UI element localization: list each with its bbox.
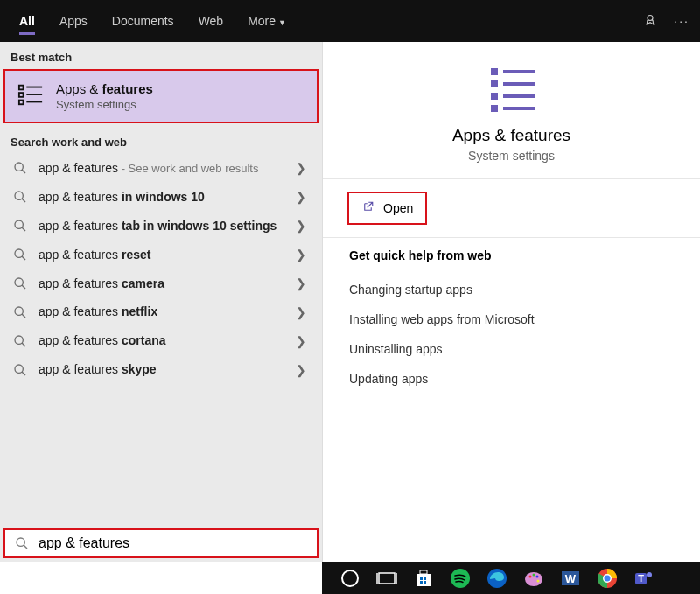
- open-external-icon: [361, 200, 374, 216]
- preview-title: Apps & features: [323, 126, 700, 145]
- svg-point-46: [533, 573, 536, 576]
- search-filter-tabs: All Apps Documents Web More▼ ···: [0, 0, 700, 42]
- chevron-right-icon[interactable]: ❯: [296, 161, 310, 175]
- quick-help-link[interactable]: Updating apps: [349, 364, 674, 394]
- task-view-icon[interactable]: [376, 568, 397, 589]
- quick-help-header: Get quick help from web: [349, 248, 674, 262]
- svg-point-6: [15, 163, 23, 171]
- web-result-item[interactable]: app & features cortana ❯: [0, 326, 322, 355]
- best-match-subtitle: System settings: [56, 98, 153, 111]
- search-icon: [12, 248, 28, 262]
- chevron-right-icon[interactable]: ❯: [296, 334, 310, 348]
- search-icon: [14, 536, 30, 550]
- svg-rect-27: [491, 105, 498, 112]
- svg-point-10: [15, 220, 23, 228]
- svg-rect-2: [19, 93, 24, 97]
- svg-point-47: [536, 575, 539, 577]
- svg-line-9: [22, 199, 25, 202]
- web-result-item[interactable]: app & features camera ❯: [0, 269, 322, 298]
- svg-point-53: [605, 575, 611, 581]
- svg-rect-26: [491, 93, 498, 100]
- edge-icon[interactable]: [486, 568, 508, 589]
- tab-documents[interactable]: Documents: [100, 3, 186, 38]
- chevron-right-icon[interactable]: ❯: [296, 219, 310, 233]
- chrome-icon[interactable]: [597, 568, 618, 589]
- search-icon: [12, 190, 28, 204]
- svg-text:T: T: [638, 573, 644, 584]
- best-match-title: Apps & features: [56, 81, 153, 96]
- svg-line-13: [22, 256, 25, 260]
- search-icon: [12, 305, 28, 319]
- best-match-item[interactable]: Apps & features System settings: [4, 69, 318, 123]
- svg-rect-33: [379, 573, 395, 584]
- tab-web[interactable]: Web: [186, 3, 236, 38]
- best-match-header: Best match: [0, 42, 322, 69]
- results-pane: Best match Apps & features System settin…: [0, 42, 322, 562]
- chevron-right-icon[interactable]: ❯: [296, 190, 310, 204]
- quick-help-link[interactable]: Uninstalling apps: [349, 334, 674, 364]
- result-label: app & features cortana: [38, 332, 285, 349]
- result-label: app & features tab in windows 10 setting…: [38, 218, 285, 234]
- result-label: app & features in windows 10: [38, 189, 285, 206]
- svg-rect-37: [420, 570, 427, 574]
- web-result-item[interactable]: app & features - See work and web result…: [0, 154, 322, 183]
- svg-rect-39: [424, 577, 426, 580]
- word-icon[interactable]: W: [560, 568, 581, 589]
- svg-line-17: [22, 314, 25, 318]
- svg-point-56: [647, 572, 652, 577]
- search-box[interactable]: [4, 528, 318, 558]
- store-icon[interactable]: [413, 568, 434, 589]
- cortana-icon[interactable]: [340, 568, 360, 589]
- search-icon: [12, 334, 28, 348]
- tab-more[interactable]: More▼: [235, 3, 298, 38]
- svg-line-23: [24, 545, 27, 549]
- caret-down-icon: ▼: [278, 18, 286, 27]
- svg-rect-4: [19, 101, 24, 105]
- svg-point-12: [15, 249, 23, 257]
- svg-rect-30: [503, 94, 535, 98]
- chevron-right-icon[interactable]: ❯: [296, 363, 310, 377]
- tab-all[interactable]: All: [7, 3, 47, 38]
- chevron-right-icon[interactable]: ❯: [296, 276, 310, 290]
- search-input[interactable]: [38, 535, 308, 551]
- result-label: app & features reset: [38, 247, 285, 263]
- svg-rect-29: [503, 82, 535, 86]
- preview-pane: Apps & features System settings Open Get…: [322, 42, 700, 562]
- svg-point-20: [15, 365, 23, 373]
- svg-text:W: W: [565, 572, 577, 585]
- web-result-item[interactable]: app & features in windows 10 ❯: [0, 183, 322, 212]
- svg-rect-40: [420, 581, 423, 584]
- more-options-button[interactable]: ···: [674, 14, 690, 28]
- result-label: app & features - See work and web result…: [38, 160, 285, 177]
- svg-line-19: [22, 343, 25, 346]
- paint-icon[interactable]: [523, 568, 544, 589]
- search-icon: [12, 363, 28, 377]
- svg-rect-31: [503, 107, 535, 110]
- svg-point-18: [15, 336, 23, 344]
- search-icon: [12, 219, 28, 233]
- svg-line-21: [22, 372, 25, 375]
- svg-line-11: [22, 227, 25, 231]
- chevron-right-icon[interactable]: ❯: [296, 305, 310, 319]
- search-icon: [12, 276, 28, 290]
- tab-apps[interactable]: Apps: [47, 3, 100, 38]
- rewards-icon[interactable]: [642, 11, 658, 31]
- chevron-right-icon[interactable]: ❯: [296, 248, 310, 262]
- web-result-item[interactable]: app & features skype ❯: [0, 355, 322, 384]
- svg-point-8: [15, 192, 23, 199]
- svg-rect-38: [420, 577, 423, 580]
- web-result-item[interactable]: app & features tab in windows 10 setting…: [0, 212, 322, 241]
- svg-rect-28: [503, 70, 535, 73]
- spotify-icon[interactable]: [450, 568, 471, 589]
- web-result-item[interactable]: app & features netflix ❯: [0, 297, 322, 326]
- quick-help-link[interactable]: Installing web apps from Microsoft: [349, 304, 674, 334]
- teams-icon[interactable]: T: [634, 568, 654, 589]
- apps-features-settings-icon: [18, 81, 44, 111]
- svg-rect-24: [491, 68, 498, 75]
- open-button[interactable]: Open: [347, 192, 427, 225]
- svg-point-16: [15, 307, 23, 315]
- web-result-item[interactable]: app & features reset ❯: [0, 241, 322, 269]
- quick-help-link[interactable]: Changing startup apps: [349, 275, 674, 304]
- svg-point-14: [15, 278, 23, 286]
- svg-point-45: [529, 575, 532, 577]
